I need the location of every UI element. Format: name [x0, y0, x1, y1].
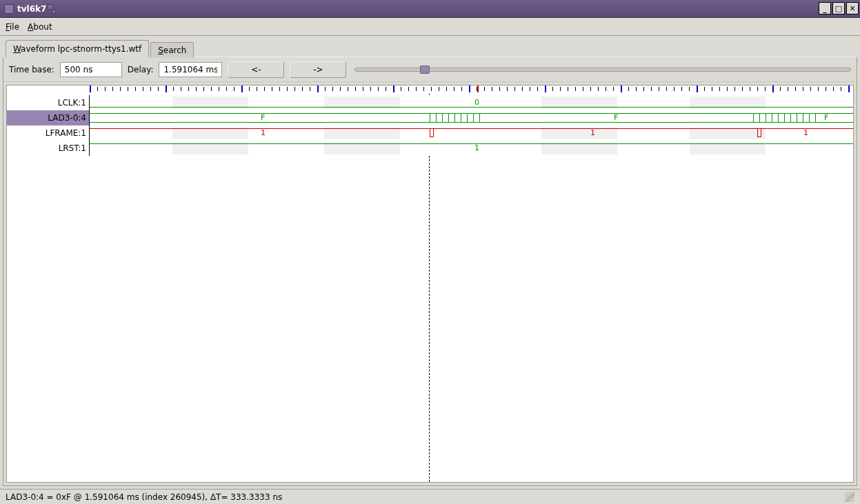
- signal-value: 1: [590, 128, 595, 137]
- window-title: tvl6k7: [17, 4, 46, 14]
- signal-label: LFRAME:1: [7, 125, 90, 141]
- time-ruler: [90, 85, 853, 94]
- delay-label: Delay:: [128, 65, 154, 74]
- statusbar: LAD3-0:4 = 0xF @ 1.591064 ms (index 2609…: [0, 489, 860, 504]
- title-deco-icon: [52, 10, 56, 14]
- signal-row-lad[interactable]: LAD3-0:4 F F F: [7, 110, 853, 125]
- signal-label: LRST:1: [7, 141, 90, 156]
- timebase-input[interactable]: [60, 62, 122, 77]
- bus-value: F: [824, 113, 828, 122]
- signal-row-lrst[interactable]: LRST:1 1: [7, 141, 853, 156]
- resize-grip-icon[interactable]: [845, 492, 854, 502]
- controls-row: Time base: Delay: <- ->: [3, 57, 857, 82]
- signal-label: LCLK:1: [7, 95, 90, 110]
- time-slider[interactable]: [354, 68, 851, 72]
- menubar: File About: [0, 18, 860, 36]
- app-icon: [4, 4, 14, 14]
- nav-next-button[interactable]: ->: [290, 61, 346, 78]
- slider-thumb[interactable]: [420, 65, 430, 74]
- menu-file[interactable]: File: [6, 22, 19, 32]
- close-button[interactable]: ✕: [846, 2, 859, 14]
- timebase-label: Time base:: [9, 65, 54, 74]
- bus-value: F: [614, 113, 618, 122]
- menu-about[interactable]: About: [28, 22, 52, 32]
- signal-value: 1: [803, 128, 808, 137]
- titlebar: tvl6k7 _ □ ✕: [0, 0, 860, 18]
- signal-value: 1: [474, 143, 479, 152]
- waveform-area[interactable]: LCLK:1 0 LAD3-0:4 F F F: [6, 85, 854, 483]
- signal-value: 1: [261, 128, 266, 137]
- status-text: LAD3-0:4 = 0xF @ 1.591064 ms (index 2609…: [6, 492, 282, 502]
- maximize-button[interactable]: □: [832, 2, 845, 14]
- signal-value: 0: [474, 98, 479, 107]
- notebook: Waveform lpc-stnorm-ttys1.wtf Search Tim…: [0, 36, 860, 489]
- nav-prev-button[interactable]: <-: [228, 61, 284, 78]
- bus-value: F: [261, 113, 265, 122]
- title-deco-icon: [48, 4, 53, 10]
- minimize-button[interactable]: _: [819, 2, 831, 14]
- tab-waveform[interactable]: Waveform lpc-stnorm-ttys1.wtf: [6, 40, 149, 57]
- signal-row-lclk[interactable]: LCLK:1 0: [7, 95, 853, 110]
- signal-label: LAD3-0:4: [7, 110, 90, 125]
- delay-input[interactable]: [159, 62, 222, 77]
- signal-row-lframe[interactable]: LFRAME:1 1 1 1: [7, 125, 853, 141]
- tab-search[interactable]: Search: [150, 42, 194, 58]
